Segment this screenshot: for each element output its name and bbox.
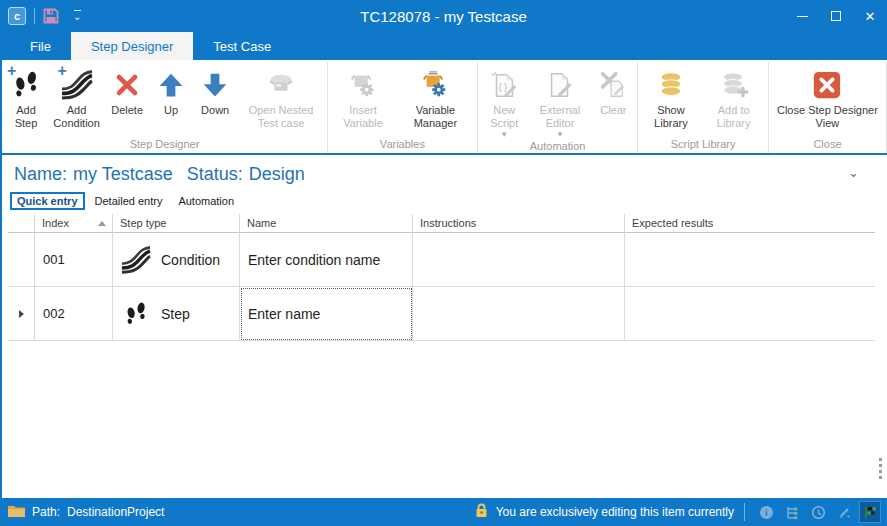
- status-bar: Path: DestinationProject You are exclusi…: [0, 498, 887, 526]
- close-step-designer-icon: [810, 66, 844, 104]
- up-arrow-icon: [154, 66, 188, 104]
- ribbon-group-step-designer: + Add Step + Add Condition: [2, 62, 328, 153]
- add-condition-button[interactable]: + Add Condition: [48, 64, 105, 130]
- variable-manager-icon: [418, 66, 452, 104]
- cell-index[interactable]: 002: [35, 287, 113, 341]
- tab-quick-entry[interactable]: Quick entry: [10, 192, 85, 210]
- tab-step-designer[interactable]: Step Designer: [71, 32, 193, 60]
- editing-message: You are exclusively editing this item cu…: [496, 505, 734, 519]
- cell-name-focused[interactable]: Enter name: [240, 287, 413, 341]
- variable-manager-button[interactable]: Variable Manager: [396, 64, 475, 130]
- group-label-variables: Variables: [330, 137, 475, 153]
- statusbar-divider: [744, 503, 745, 521]
- save-icon[interactable]: [43, 8, 59, 24]
- name-label: Name:: [14, 164, 67, 185]
- group-label-automation: Automation: [480, 139, 636, 155]
- cell-expected-results[interactable]: [625, 233, 875, 287]
- active-view-icon[interactable]: [859, 501, 881, 523]
- row-indicator[interactable]: [8, 287, 35, 341]
- cell-index[interactable]: 001: [35, 233, 113, 287]
- open-nested-testcase-icon: [264, 66, 298, 104]
- delete-icon: [110, 66, 144, 104]
- svg-text:{ }: { }: [499, 82, 508, 92]
- ribbon-group-script-library: Show Library Add to Library: [638, 62, 769, 153]
- status-value: Design: [249, 164, 305, 185]
- open-nested-testcase-button[interactable]: Open Nested Test case: [237, 64, 325, 130]
- row-indicator[interactable]: [8, 233, 35, 287]
- external-editor-icon: [543, 66, 577, 104]
- delete-button[interactable]: Delete: [105, 64, 149, 117]
- history-icon[interactable]: [807, 501, 829, 523]
- cell-instructions[interactable]: [413, 287, 625, 341]
- new-script-icon: { }: [487, 66, 521, 104]
- cell-step-type[interactable]: Condition: [113, 233, 240, 287]
- insert-variable-icon: [346, 66, 380, 104]
- add-to-library-icon: [717, 66, 751, 104]
- app-icon[interactable]: c: [8, 7, 26, 25]
- cell-expected-results[interactable]: [625, 287, 875, 341]
- tab-file[interactable]: File: [10, 32, 71, 60]
- ribbon-group-variables: Insert Variable: [328, 62, 478, 153]
- status-label: Status:: [187, 164, 243, 185]
- group-label-script-library: Script Library: [640, 137, 766, 153]
- collapse-chevron-icon[interactable]: ⌄: [848, 166, 859, 179]
- minimize-button[interactable]: [785, 0, 819, 32]
- tab-automation[interactable]: Automation: [170, 192, 242, 210]
- up-button[interactable]: Up: [149, 64, 193, 117]
- clear-button[interactable]: Clear: [591, 64, 635, 117]
- ribbon-tab-bar: File Step Designer Test Case: [0, 32, 887, 60]
- splitter-grip[interactable]: [879, 458, 882, 479]
- clear-icon: [596, 66, 630, 104]
- add-condition-icon: +: [60, 66, 94, 104]
- cell-name[interactable]: Enter condition name: [240, 233, 413, 287]
- group-label-step-designer: Step Designer: [4, 137, 325, 153]
- titlebar-separator: [34, 8, 35, 24]
- ribbon-group-automation: { } New Script ▼: [478, 62, 639, 153]
- condition-icon: [121, 245, 151, 275]
- insert-variable-button[interactable]: Insert Variable: [330, 64, 396, 130]
- add-step-button[interactable]: + Add Step: [4, 64, 48, 130]
- column-header-expected-results[interactable]: Expected results: [625, 214, 875, 233]
- column-header-instructions[interactable]: Instructions: [413, 214, 625, 233]
- name-value: my Testcase: [73, 164, 173, 185]
- column-header-index[interactable]: Index: [35, 214, 113, 233]
- content-header: Name: my Testcase Status: Design ⌄: [2, 155, 887, 189]
- add-step-icon: +: [9, 66, 43, 104]
- close-button[interactable]: ✕: [853, 0, 887, 32]
- group-label-close: Close: [771, 137, 884, 153]
- cell-instructions[interactable]: [413, 233, 625, 287]
- show-library-icon: [654, 66, 688, 104]
- folder-icon: [8, 504, 25, 520]
- entry-tabs: Quick entry Detailed entry Automation: [10, 192, 887, 210]
- svg-text:i: i: [765, 508, 768, 518]
- column-header-name[interactable]: Name: [240, 214, 413, 233]
- add-to-library-button[interactable]: Add to Library: [701, 64, 765, 130]
- path-label: Path:: [32, 505, 60, 519]
- external-editor-dropdown-icon[interactable]: ▼: [556, 131, 564, 139]
- maximize-button[interactable]: [819, 0, 853, 32]
- external-editor-button[interactable]: External Editor ▼: [529, 64, 592, 139]
- path-value: DestinationProject: [67, 505, 164, 519]
- steps-table: Index Step type Name Instructions Expect…: [8, 214, 875, 341]
- down-button[interactable]: Down: [193, 64, 237, 117]
- quick-access-dropdown-icon[interactable]: ⌄: [73, 10, 81, 22]
- info-icon[interactable]: i: [755, 501, 777, 523]
- cell-step-type[interactable]: Step: [113, 287, 240, 341]
- down-arrow-icon: [198, 66, 232, 104]
- close-step-designer-view-button[interactable]: Close Step Designer View: [771, 64, 884, 130]
- content-area: Name: my Testcase Status: Design ⌄ Quick…: [0, 155, 887, 498]
- show-library-button[interactable]: Show Library: [640, 64, 701, 130]
- edit-pen-icon[interactable]: [833, 501, 855, 523]
- titlebar: c ⌄ TC128078 - my Testcase ✕: [0, 0, 887, 32]
- new-script-button[interactable]: { } New Script ▼: [480, 64, 529, 139]
- row-indicator-header: [8, 214, 35, 233]
- ribbon-group-close: Close Step Designer View Close: [769, 62, 887, 153]
- tab-detailed-entry[interactable]: Detailed entry: [87, 192, 171, 210]
- window-title: TC128078 - my Testcase: [0, 8, 887, 25]
- current-row-marker-icon: [19, 310, 24, 318]
- tab-test-case[interactable]: Test Case: [193, 32, 291, 60]
- app-window: c ⌄ TC128078 - my Testcase ✕ File Step D…: [0, 0, 887, 526]
- hierarchy-icon[interactable]: [781, 501, 803, 523]
- column-header-step-type[interactable]: Step type: [113, 214, 240, 233]
- new-script-dropdown-icon[interactable]: ▼: [500, 131, 508, 139]
